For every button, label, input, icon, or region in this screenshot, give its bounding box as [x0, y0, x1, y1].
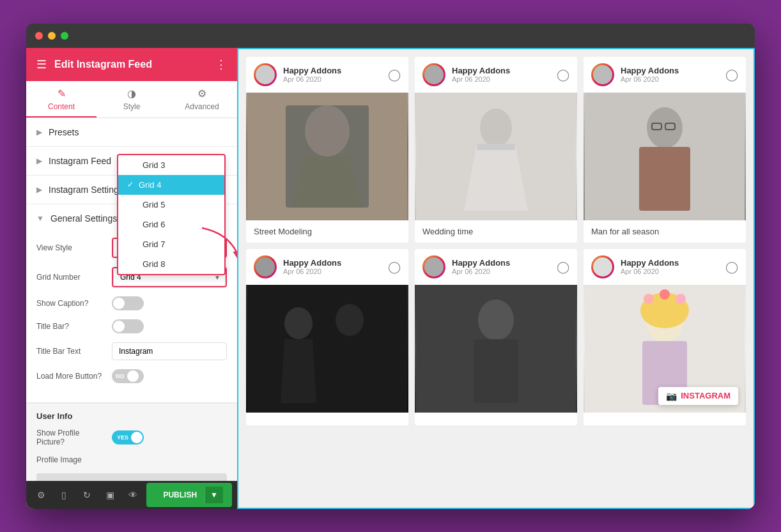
- svg-point-15: [284, 307, 313, 339]
- hamburger-icon[interactable]: ☰: [36, 57, 47, 72]
- maximize-button[interactable]: [61, 32, 68, 40]
- svg-marker-18: [332, 336, 367, 403]
- card-header-6: Happy Addons Apr 06 2020 ◯: [584, 249, 746, 285]
- instagram-icon-6[interactable]: ◯: [725, 260, 738, 274]
- card-date-6: Apr 06 2020: [621, 268, 719, 275]
- tab-advanced[interactable]: ⚙ Advanced: [167, 81, 237, 118]
- dropdown-item-grid5[interactable]: Grid 5: [118, 195, 224, 215]
- title-bar-text-row: Title Bar Text: [36, 342, 227, 360]
- card-image-wrapper-6: 📷 INSTAGRAM: [584, 285, 746, 413]
- instagram-icon-4[interactable]: ◯: [388, 260, 401, 274]
- dropdown-grid6-label: Grid 6: [143, 220, 165, 229]
- card-username-6: Happy Addons: [621, 258, 719, 268]
- dropdown-item-grid3[interactable]: Grid 3: [118, 155, 224, 175]
- card-image-4: [246, 285, 408, 413]
- avatar-inner-5: [424, 257, 444, 277]
- dropdown-item-grid7[interactable]: Grid 7: [118, 234, 224, 254]
- tab-content[interactable]: ✎ Content: [26, 81, 97, 118]
- section-instagram-feed-label: Instagram Feed: [49, 156, 111, 166]
- style-icon: ◑: [127, 87, 136, 100]
- avatar-inner-3: [593, 65, 612, 84]
- show-caption-row: Show Caption?: [36, 296, 227, 310]
- card-header-5: Happy Addons Apr 06 2020 ◯: [415, 249, 577, 285]
- titlebar: [26, 24, 755, 48]
- show-caption-label: Show Caption?: [36, 299, 107, 308]
- svg-point-28: [676, 294, 686, 304]
- card-header-3: Happy Addons Apr 06 2020 ◯: [584, 57, 746, 93]
- dropdown-item-grid6[interactable]: Grid 6: [118, 215, 224, 234]
- card-caption-4: [246, 413, 408, 425]
- title-bar-row: Title Bar?: [36, 319, 227, 333]
- show-caption-toggle[interactable]: [112, 296, 144, 310]
- load-more-label: Load More Button?: [36, 372, 107, 381]
- card-image-5: [415, 285, 577, 413]
- title-bar-text-input[interactable]: [112, 342, 227, 360]
- card-header-1: Happy Addons Apr 06 2020 ◯: [246, 57, 408, 93]
- device-icon[interactable]: ▣: [100, 485, 120, 505]
- section-presets-label: Presets: [49, 127, 79, 137]
- avatar-5: [422, 255, 445, 278]
- user-info-section: User Info: [26, 403, 237, 423]
- publish-button-container: PUBLISH ▼: [146, 483, 232, 507]
- checkmark-icon: ✓: [127, 180, 134, 189]
- avatar-6: [591, 255, 614, 278]
- section-presets[interactable]: ▶ Presets: [26, 118, 237, 147]
- svg-point-20: [478, 300, 514, 340]
- dropdown-item-grid4[interactable]: ✓ Grid 4: [118, 175, 224, 195]
- card-date-4: Apr 06 2020: [283, 268, 382, 275]
- avatar-4: [254, 255, 277, 278]
- feed-card-4: Happy Addons Apr 06 2020 ◯: [246, 249, 408, 425]
- content-icon: ✎: [58, 87, 66, 100]
- toggle-knob-4: [131, 432, 143, 443]
- card-header-4: Happy Addons Apr 06 2020 ◯: [246, 249, 408, 285]
- tab-style-label: Style: [123, 102, 141, 111]
- svg-point-3: [305, 105, 350, 156]
- load-more-toggle[interactable]: NO: [112, 369, 144, 383]
- publish-dropdown-arrow[interactable]: ▼: [205, 487, 223, 503]
- settings-icon[interactable]: ⚙: [31, 485, 50, 505]
- history-icon[interactable]: ↻: [77, 485, 97, 505]
- card-image-2: [415, 93, 577, 220]
- sidebar: ☰ Edit Instagram Feed ⋮ ✎ Content ◑ Styl…: [26, 48, 237, 509]
- card-caption-6: [584, 413, 746, 425]
- close-button[interactable]: [35, 32, 43, 40]
- tab-style[interactable]: ◑ Style: [97, 81, 167, 118]
- card-image-3: [584, 93, 746, 220]
- profile-image-row: Profile Image: [36, 455, 227, 464]
- card-date-3: Apr 06 2020: [621, 75, 719, 83]
- svg-point-27: [660, 289, 670, 300]
- feed-grid: Happy Addons Apr 06 2020 ◯: [246, 57, 746, 425]
- minimize-button[interactable]: [48, 32, 56, 40]
- feed-card-6: Happy Addons Apr 06 2020 ◯: [584, 249, 746, 425]
- instagram-icon-1[interactable]: ◯: [388, 68, 401, 82]
- show-profile-picture-toggle[interactable]: YES: [112, 430, 144, 445]
- dropdown-item-grid8[interactable]: Grid 8: [118, 254, 224, 274]
- title-bar-toggle[interactable]: [112, 319, 144, 333]
- chevron-icon-2: ▶: [36, 156, 42, 165]
- tab-advanced-label: Advanced: [185, 102, 219, 111]
- publish-button[interactable]: PUBLISH ▼: [146, 483, 232, 507]
- card-user-info-5: Happy Addons Apr 06 2020: [452, 258, 550, 275]
- card-image-1: [246, 93, 408, 220]
- app-body: ☰ Edit Instagram Feed ⋮ ✎ Content ◑ Styl…: [26, 48, 755, 509]
- card-user-info-1: Happy Addons Apr 06 2020: [283, 66, 382, 83]
- instagram-badge[interactable]: 📷 INSTAGRAM: [658, 387, 738, 405]
- card-date-5: Apr 06 2020: [452, 268, 550, 275]
- instagram-icon-2[interactable]: ◯: [557, 68, 569, 82]
- sidebar-title: Edit Instagram Feed: [54, 59, 208, 70]
- dropdown-grid8-label: Grid 8: [143, 259, 165, 269]
- dropdown-grid7-label: Grid 7: [143, 239, 165, 249]
- layers-icon[interactable]: ▯: [54, 485, 73, 505]
- grid-icon[interactable]: ⋮: [215, 57, 227, 72]
- user-info-label: User Info: [36, 411, 72, 421]
- dropdown-grid4-label: Grid 4: [139, 180, 161, 190]
- eye-icon[interactable]: 👁: [123, 485, 143, 505]
- profile-image-placeholder[interactable]: [36, 473, 227, 481]
- sidebar-bottom: ⚙ ▯ ↻ ▣ 👁 PUBLISH ▼: [26, 481, 237, 509]
- instagram-icon-3[interactable]: ◯: [725, 68, 738, 82]
- feed-card-3: Happy Addons Apr 06 2020 ◯: [584, 57, 746, 243]
- show-profile-picture-row: Show Profile Picture? YES: [36, 429, 227, 446]
- card-caption-1: Street Modeling: [246, 220, 408, 243]
- instagram-icon-5[interactable]: ◯: [557, 260, 569, 274]
- feed-card-5: Happy Addons Apr 06 2020 ◯: [415, 249, 577, 425]
